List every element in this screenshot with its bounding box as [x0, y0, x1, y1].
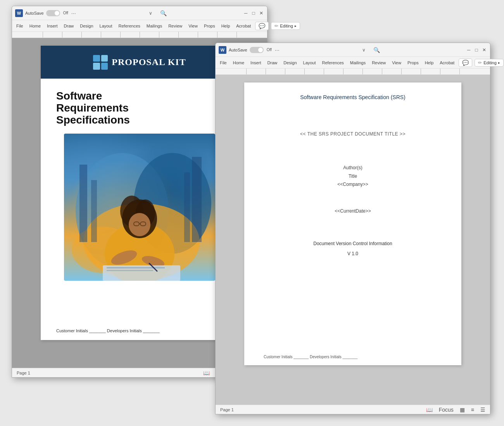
svg-rect-7 [184, 172, 190, 242]
doc-area-2[interactable]: Software Requirements Specification (SRS… [216, 75, 490, 405]
pk-sq-4 [101, 63, 108, 70]
ribbon-draw-2[interactable]: Draw [265, 59, 280, 67]
word-window-2: W AutoSave Off ··· ∨ 🔍 ─ □ ✕ File Home I… [215, 43, 490, 414]
status-bar-2: Page 1 📖 Focus ▦ ≡ ☰ [216, 405, 490, 414]
cover-footer: Customer Initials _______ Developers Ini… [56, 328, 223, 333]
comment-btn-1[interactable]: 💬 [255, 22, 269, 30]
ribbon-design-2[interactable]: Design [281, 59, 299, 67]
search-btn-2[interactable]: 🔍 [370, 46, 383, 54]
svg-rect-6 [192, 157, 202, 242]
editing-chevron-1: ▸ [295, 24, 297, 28]
pk-sq-3 [93, 63, 100, 70]
ribbon-home-1[interactable]: Home [27, 22, 43, 30]
more-options-1[interactable]: ··· [71, 10, 76, 16]
ribbon-acrobat-2[interactable]: Acrobat [437, 59, 457, 67]
svg-rect-20 [107, 270, 153, 271]
srs-footer: Customer Initials _______ Developers Ini… [264, 355, 442, 359]
ribbon-home-2[interactable]: Home [230, 59, 247, 67]
ribbon-mail-2[interactable]: Mailings [347, 59, 368, 67]
ruler-2 [216, 69, 490, 75]
ribbon-help-2[interactable]: Help [422, 59, 437, 67]
cover-image-art [64, 134, 215, 281]
ribbon-review-2[interactable]: Review [369, 59, 388, 67]
print-layout-icon-2[interactable]: ▦ [460, 407, 465, 413]
search-btn-1[interactable]: 🔍 [157, 9, 170, 17]
page-1: Proposal Kit Software Requirements Speci… [41, 46, 238, 340]
cover-main-title: Software Requirements Specifications [56, 90, 223, 126]
ribbon-ref-2[interactable]: References [319, 59, 347, 67]
ribbon-file-2[interactable]: File [217, 59, 230, 67]
autosave-label-2: AutoSave [229, 48, 247, 52]
ribbon-ref-1[interactable]: References [116, 22, 143, 30]
ribbon-2: File Home Insert Draw Design Layout Refe… [216, 57, 490, 69]
ribbon-layout-2[interactable]: Layout [300, 59, 319, 67]
toggle-knob-2 [258, 48, 263, 52]
ribbon-insert-2[interactable]: Insert [248, 59, 264, 67]
minimize-btn-1[interactable]: ─ [243, 10, 249, 16]
maximize-btn-1[interactable]: □ [251, 10, 256, 16]
editing-btn-1[interactable]: ✏ Editing ▸ [271, 22, 300, 30]
pk-logo-squares [93, 55, 108, 70]
ribbon-draw-1[interactable]: Draw [61, 22, 77, 30]
title-bar-1: W AutoSave Off ··· ∨ 🔍 ─ □ ✕ [12, 6, 267, 20]
srs-author-block: Author(s) Title <<Company>> [264, 164, 442, 189]
toggle-text-2: Off [267, 48, 272, 52]
minimize-btn-2[interactable]: ─ [466, 47, 471, 53]
status-page-2: Page 1 [220, 407, 234, 412]
web-layout-icon-2[interactable]: ≡ [471, 407, 474, 413]
outline-icon-2[interactable]: ☰ [480, 407, 485, 413]
maximize-btn-2[interactable]: □ [474, 47, 479, 53]
ribbon-file-1[interactable]: File [14, 22, 26, 30]
editing-btn-2[interactable]: ✏ Editing ▸ [475, 59, 504, 67]
ribbon-props-2[interactable]: Props [405, 59, 421, 67]
read-mode-icon-1[interactable]: 📖 [203, 370, 210, 376]
cover-footer-text: Customer Initials _______ Developers Ini… [56, 328, 160, 333]
toggle-text-1: Off [63, 11, 68, 15]
cover-body: Software Requirements Specifications [41, 79, 238, 292]
srs-date: <<CurrentDate>> [264, 208, 442, 214]
nav-chevron-2[interactable]: ∨ [362, 47, 366, 53]
ribbon-mail-1[interactable]: Mailings [144, 22, 165, 30]
cover-header: Proposal Kit [41, 46, 238, 79]
comment-btn-2[interactable]: 💬 [459, 58, 472, 67]
ribbon-layout-1[interactable]: Layout [97, 22, 115, 30]
svg-rect-19 [107, 267, 165, 268]
title-bar-2: W AutoSave Off ··· ∨ 🔍 ─ □ ✕ [216, 43, 490, 57]
focus-label-2[interactable]: Focus [439, 407, 454, 413]
editing-label-1: Editing [280, 24, 293, 28]
svg-rect-4 [79, 165, 87, 242]
editing-label-2: Editing [483, 60, 497, 65]
srs-company: <<Company>> [264, 180, 442, 189]
page-2: Software Requirements Specification (SRS… [244, 82, 461, 365]
ribbon-help-1[interactable]: Help [219, 22, 233, 30]
pk-sq-2 [101, 55, 108, 62]
ribbon-insert-1[interactable]: Insert [44, 22, 60, 30]
word-icon-2: W [219, 46, 226, 54]
close-btn-1[interactable]: ✕ [259, 10, 264, 16]
window-controls-1: ─ □ ✕ [243, 10, 264, 16]
editing-chevron-2: ▸ [498, 61, 500, 65]
nav-chevron-1[interactable]: ∨ [149, 10, 152, 16]
more-options-2[interactable]: ··· [275, 47, 280, 53]
pencil-icon-1: ✏ [274, 23, 278, 29]
ribbon-review-1[interactable]: Review [166, 22, 185, 30]
autosave-label-1: AutoSave [25, 11, 44, 15]
cover-logo-text: Proposal Kit [112, 57, 186, 67]
autosave-toggle-1[interactable] [46, 10, 60, 16]
cover-image [64, 134, 215, 281]
autosave-toggle-2[interactable] [250, 47, 264, 53]
srs-title: Software Requirements Specification (SRS… [264, 94, 442, 100]
pk-sq-1 [93, 55, 100, 62]
ribbon-view-2[interactable]: View [389, 59, 404, 67]
ribbon-design-1[interactable]: Design [77, 22, 96, 30]
word-icon-1: W [15, 9, 23, 17]
ribbon-view-1[interactable]: View [186, 22, 200, 30]
close-btn-2[interactable]: ✕ [482, 47, 487, 53]
read-mode-icon-2[interactable]: 📖 [426, 407, 433, 413]
srs-authors-label: Author(s) [264, 164, 442, 172]
ribbon-props-1[interactable]: Props [201, 22, 218, 30]
srs-footer-text: Customer Initials _______ Developers Ini… [264, 355, 357, 359]
window-controls-2: ─ □ ✕ [466, 47, 487, 53]
pencil-icon-2: ✏ [478, 60, 482, 65]
ribbon-acrobat-1[interactable]: Acrobat [233, 22, 254, 30]
